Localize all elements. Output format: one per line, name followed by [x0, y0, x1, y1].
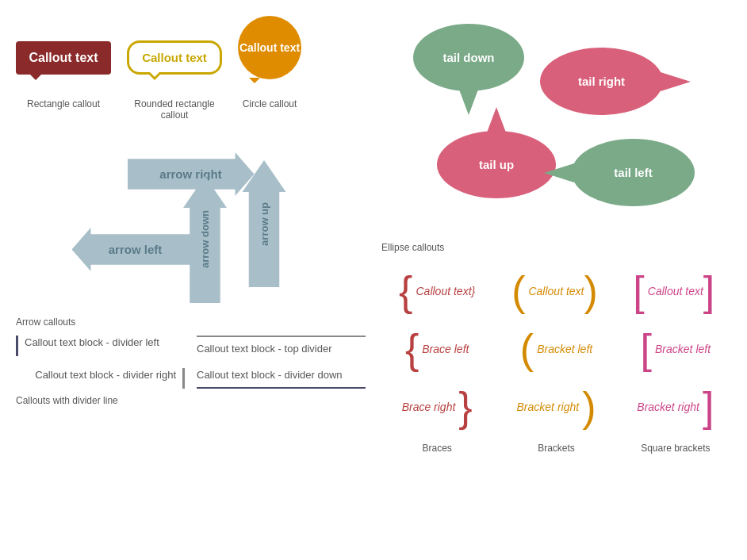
bracket-right-text: Bracket right [517, 401, 580, 413]
rect-label: Rectangle callout [16, 98, 111, 121]
tail-left-ellipse: tail left [572, 139, 695, 206]
arrow-left-shape: arrow left [72, 228, 199, 271]
brackets-col: ( Callout text ) ( Bracket left Bracket … [500, 265, 611, 454]
brace-right-char: } [458, 386, 472, 428]
circle-callout: Callout text [238, 16, 301, 90]
brackets-section: { Callout text } { Brace left Brace righ… [381, 265, 731, 454]
rectangle-callout: Callout text [16, 41, 111, 90]
sq-brackets-label: Square brackets [620, 443, 731, 454]
braces-col: { Callout text } { Brace left Brace righ… [381, 265, 492, 454]
brace-left-top-text: Callout text [416, 285, 471, 297]
bracket-left-bottom: ( Bracket left [500, 323, 611, 374]
rounded-label: Rounded rectangle callout [127, 98, 222, 121]
brackets-label: Brackets [500, 443, 611, 454]
brace-left-char-top: { [399, 270, 412, 312]
rect-callout-text: Callout text [29, 51, 98, 64]
tail-left-text: tail left [614, 166, 652, 179]
tail-right-text: tail right [578, 75, 625, 88]
tail-up-ellipse: tail up [437, 131, 556, 198]
rounded-callout-shape: Callout text [127, 40, 222, 75]
rect-callout-shape: Callout text [16, 41, 111, 75]
bracket-left-char-top: ( [511, 270, 525, 312]
tail-down-text: tail down [443, 51, 495, 64]
circle-label: Circle callout [238, 98, 301, 121]
tail-down-ellipse: tail down [413, 24, 524, 91]
sq-bracket-right-bottom: Bracket right ] [620, 381, 731, 432]
sq-bracket-left-char-top: [ [633, 270, 644, 312]
left-panel: Callout text Callout text Callout text R… [8, 8, 374, 552]
brace-left-char-bot: { [405, 328, 419, 370]
brace-right-text: Brace right [402, 401, 456, 413]
sq-bracket-right-char-top: ] [703, 270, 714, 312]
bracket-left-char-bot: ( [520, 328, 534, 370]
divider-top-block: Callout text block - top divider [197, 336, 366, 356]
arrow-section-label: Arrow callouts [16, 316, 366, 328]
rounded-callout: Callout text [127, 40, 222, 90]
sq-bracket-left-bottom: [ Bracket left [620, 323, 731, 374]
arrow-down-text: arrow down [199, 211, 211, 269]
circle-callout-shape: Callout text [238, 16, 301, 79]
arrow-right-shape: arrow right [128, 152, 255, 196]
sq-bracket-left-top: [ Callout text ] [620, 265, 731, 316]
tail-right-tail [661, 72, 691, 91]
tail-down-tail [459, 90, 478, 115]
divider-right-block: Callout text block - divider right [16, 368, 185, 389]
arrow-section: arrow right arrow left arrow down arrow … [72, 136, 310, 311]
bracket-right-bottom: Bracket right ) [500, 381, 611, 432]
sq-bracket-left-char-bot: [ [641, 328, 652, 370]
bracket-left-top: ( Callout text ) [500, 265, 611, 316]
divider-left-text: Callout text block - divider left [25, 336, 159, 348]
bracket-left-bottom-text: Bracket left [537, 343, 592, 355]
brace-left-bottom: { Brace left [381, 323, 492, 374]
callout-row: Callout text Callout text Callout text [16, 16, 366, 94]
tail-up-tail [487, 107, 506, 132]
circle-callout-text: Callout text [239, 41, 300, 54]
sq-bracket-top-text: Callout text [648, 285, 703, 297]
braces-label: Braces [381, 443, 492, 454]
tail-left-tail [544, 163, 574, 182]
tail-up-text: tail up [479, 158, 514, 171]
bracket-right-char: ) [582, 386, 596, 428]
callout-labels-row: Rectangle callout Rounded rectangle call… [16, 98, 366, 121]
ellipse-section: tail down tail right tail up tail left [381, 16, 714, 238]
divider-right-text: Callout text block - divider right [35, 369, 176, 381]
sq-bracket-left-bottom-text: Bracket left [655, 343, 711, 355]
divider-bottom-block: Callout text block - divider down [197, 368, 366, 389]
sq-brackets-col: [ Callout text ] [ Bracket left Bracket … [620, 265, 731, 454]
divider-left-block: Callout text block - divider left [16, 336, 185, 356]
right-panel: tail down tail right tail up tail left E… [374, 8, 739, 552]
brace-right-bottom: Brace right } [381, 381, 492, 432]
arrow-left-text: arrow left [109, 243, 163, 256]
sq-bracket-right-char: ] [703, 386, 714, 428]
brace-left-top: { Callout text } [381, 265, 492, 316]
brace-left-bottom-text: Brace left [422, 343, 469, 355]
arrow-right-text: arrow right [159, 167, 221, 181]
rounded-callout-text: Callout text [142, 51, 207, 64]
brace-right-char-top: } [472, 285, 476, 297]
arrow-up-text: arrow up [259, 202, 270, 246]
divider-bottom-text: Callout text block - divider down [197, 369, 343, 381]
divider-top-text: Callout text block - top divider [197, 343, 332, 355]
bracket-left-top-text: Callout text [528, 285, 584, 297]
sq-bracket-right-text: Bracket right [637, 401, 699, 413]
divider-section-label: Callouts with divider line [16, 395, 366, 406]
bracket-right-char-top: ) [584, 270, 598, 312]
tail-right-ellipse: tail right [540, 48, 663, 115]
ellipse-label: Ellipse callouts [381, 242, 731, 253]
divider-section: Callout text block - divider left Callou… [16, 336, 366, 389]
